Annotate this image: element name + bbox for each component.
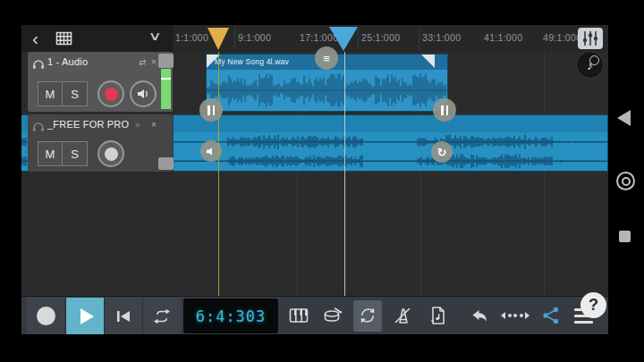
clip-move-handle[interactable]: ≡ [315, 46, 338, 70]
track2-mute-button[interactable]: M [38, 141, 63, 166]
loop-marker-line [218, 52, 219, 296]
track2-panel: _FREE FOR PRO » × M S [28, 114, 173, 172]
loops-library-button[interactable]: ♪ [576, 51, 604, 79]
loop-button[interactable] [142, 298, 181, 334]
ruler-tick: 49:1:000 [543, 32, 581, 43]
drums-button[interactable] [323, 306, 343, 325]
track1-solo-button[interactable]: S [63, 81, 88, 106]
headphones-icon [32, 57, 45, 73]
ruler-divider [358, 29, 359, 50]
audio-clip-track2[interactable] [173, 114, 608, 172]
back-icon[interactable]: ‹ [32, 26, 38, 51]
ruler-divider [419, 29, 419, 50]
android-back-button[interactable] [617, 110, 631, 126]
transport-bar: 6:4:303 [21, 296, 608, 334]
rewind-to-start-button[interactable] [104, 298, 142, 334]
ruler-tick: 41:1:000 [484, 32, 522, 43]
playhead-line [344, 52, 345, 296]
more-options-button[interactable] [505, 306, 525, 325]
sync-button[interactable] [358, 306, 377, 325]
trim-bars-icon [441, 105, 448, 115]
track2-resize-handle[interactable] [158, 157, 174, 170]
track1-level-meter[interactable] [161, 69, 171, 109]
left-toolbar: ‹ ∨ [21, 25, 174, 52]
headphones-icon [32, 120, 45, 136]
import-audio-button[interactable] [428, 306, 448, 325]
clip-waveform [174, 132, 607, 171]
track1-mute-button[interactable]: M [38, 81, 63, 106]
track1-fader-handle[interactable] [158, 54, 174, 68]
android-home-button[interactable] [616, 172, 635, 190]
record-dot [105, 88, 118, 101]
metronome-button[interactable] [393, 306, 412, 325]
volume-line [161, 78, 171, 80]
daw-app-window: ‹ ∨ 1:1:000 9:1:000 17:1:000 25:1:000 33… [21, 25, 608, 334]
arrangement-area[interactable]: My New Song 4l.wav ≡ ↻ [21, 52, 608, 296]
more-dots-icon [501, 312, 530, 319]
trim-right-handle[interactable] [433, 98, 456, 122]
keyboard-button[interactable] [289, 306, 309, 325]
android-recents-button[interactable] [619, 231, 631, 242]
mixer-button[interactable] [578, 28, 603, 49]
ruler-divider [234, 29, 235, 50]
undo-button[interactable] [470, 306, 489, 325]
track2-record-arm-button[interactable] [97, 140, 124, 167]
trim-bars-icon [208, 105, 215, 115]
clip-header [174, 115, 607, 132]
record-button[interactable] [27, 298, 64, 334]
collapse-icon[interactable]: ⇄ [139, 57, 146, 67]
ruler-tick: 1:1:000 [175, 32, 208, 43]
help-button[interactable]: ? [580, 292, 606, 318]
track1-monitor-button[interactable] [130, 80, 157, 107]
track2-title: _FREE FOR PRO [47, 119, 129, 130]
record-dot [105, 147, 118, 161]
share-button[interactable] [541, 306, 561, 325]
clip-waveform [207, 70, 447, 111]
play-button[interactable] [65, 298, 104, 334]
track2-solo-button[interactable]: S [63, 141, 88, 166]
time-display[interactable]: 6:4:303 [183, 299, 278, 333]
play-icon [80, 308, 94, 324]
note-icon: ♪ [587, 58, 593, 72]
fade-out-handle[interactable] [421, 55, 435, 68]
track1-title: 1 - Audio [47, 56, 88, 67]
playhead-marker[interactable] [329, 27, 358, 51]
clip-name: My New Song 4l.wav [215, 57, 289, 66]
top-toolbar: ‹ ∨ 1:1:000 9:1:000 17:1:000 25:1:000 33… [21, 25, 608, 53]
time-value: 6:4:303 [196, 307, 267, 325]
loop-marker[interactable] [208, 28, 229, 50]
track1-panel: 1 - Audio ⇄ × M S [28, 52, 173, 112]
clip-header [21, 115, 28, 132]
grid-view-icon[interactable] [55, 31, 72, 49]
ruler-tick: 33:1:000 [422, 32, 461, 43]
clip-waveform [21, 132, 28, 171]
ruler-tick: 9:1:000 [238, 32, 271, 43]
close-icon[interactable]: × [151, 120, 157, 130]
track1-record-arm-button[interactable] [97, 80, 124, 107]
bar-gridline [544, 52, 545, 296]
trim-left-handle[interactable] [199, 98, 223, 122]
record-icon [37, 307, 55, 325]
ruler-tick: 25:1:000 [361, 32, 400, 43]
chevron-down-icon[interactable]: ∨ [148, 29, 161, 43]
title-overflow-icon: » [135, 120, 140, 130]
close-icon[interactable]: × [151, 57, 157, 67]
clip-loop-handle[interactable]: ↻ [431, 141, 453, 163]
